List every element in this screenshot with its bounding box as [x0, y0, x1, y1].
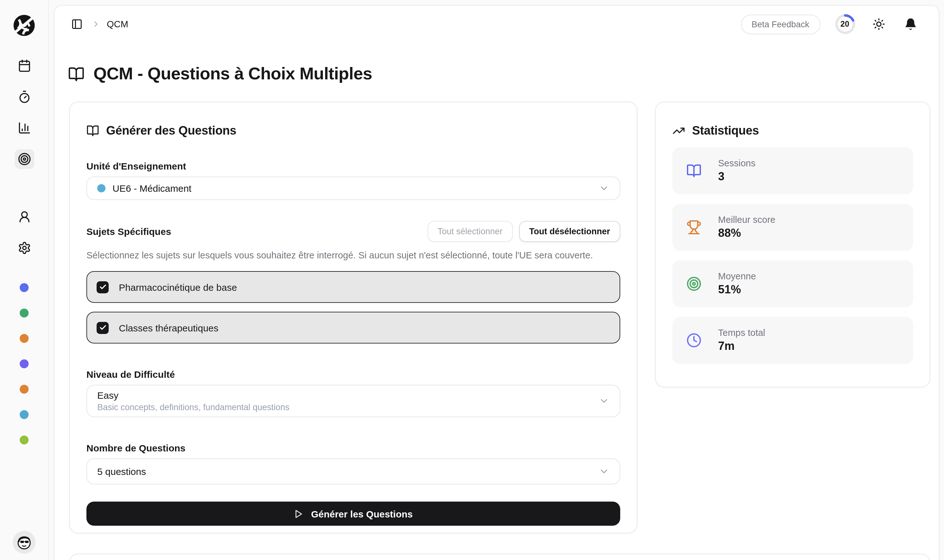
question-count-select[interactable]: 5 questions — [86, 458, 620, 485]
calendar-icon — [17, 59, 31, 72]
bottom-card — [69, 554, 930, 560]
ue-dot-4[interactable] — [20, 359, 29, 368]
subject-checkbox-row[interactable]: Classes thérapeutiques — [86, 312, 620, 343]
ue-color-dot — [97, 184, 105, 192]
sidebar — [0, 0, 49, 560]
sidebar-item-profile[interactable] — [14, 207, 34, 227]
breadcrumb: QCM — [107, 19, 128, 29]
stats-card-header: Statistiques — [673, 124, 913, 138]
sidebar-item-timer[interactable] — [14, 87, 34, 107]
book-open-icon — [86, 125, 99, 137]
main-panel: QCM Beta Feedback 20 — [54, 5, 939, 560]
sidebar-item-qcm-active[interactable] — [14, 149, 34, 169]
bar-chart-icon — [17, 121, 31, 135]
difficulty-select[interactable]: Easy Basic concepts, definitions, fundam… — [86, 385, 620, 417]
select-all-button[interactable]: Tout sélectionner — [427, 221, 512, 242]
sun-icon — [872, 18, 885, 31]
stat-best-score: Meilleur score 88% — [673, 204, 913, 251]
question-count-value: 5 questions — [97, 466, 146, 477]
theme-toggle-button[interactable] — [870, 15, 887, 33]
avatar[interactable] — [13, 531, 35, 554]
sidebar-ue-dots — [20, 283, 29, 445]
beta-feedback-button[interactable]: Beta Feedback — [740, 14, 820, 34]
bell-icon — [904, 18, 917, 31]
stat-sessions: Sessions 3 — [673, 147, 913, 194]
deselect-all-button[interactable]: Tout désélectionner — [519, 221, 620, 242]
stat-average: Moyenne 51% — [673, 260, 913, 307]
timer-icon — [17, 90, 31, 103]
generate-questions-button[interactable]: Générer les Questions — [86, 502, 620, 526]
generator-card: Générer des Questions Unité d'Enseigneme… — [69, 102, 637, 533]
difficulty-value: Easy — [97, 390, 290, 401]
panel-left-icon — [71, 18, 83, 30]
ue-dot-7[interactable] — [20, 435, 29, 445]
ue-select-value: UE6 - Médicament — [113, 183, 191, 194]
chevron-down-icon — [598, 466, 609, 477]
difficulty-label: Niveau de Difficulté — [86, 369, 620, 380]
sidebar-item-stats[interactable] — [14, 118, 34, 138]
play-icon — [294, 509, 304, 518]
ue-dot-5[interactable] — [20, 385, 29, 394]
gear-icon — [17, 241, 31, 255]
ue-label: Unité d'Enseignement — [86, 161, 620, 171]
book-open-icon — [68, 66, 85, 82]
stat-total-time: Temps total 7m — [673, 317, 913, 364]
target-icon — [686, 276, 702, 291]
credits-value: 20 — [834, 13, 856, 35]
chevron-down-icon — [598, 395, 609, 406]
sidebar-item-calendar[interactable] — [14, 56, 34, 75]
difficulty-hint: Basic concepts, definitions, fundamental… — [97, 403, 290, 412]
stats-card: Statistiques Sessions 3 Meilleur score 8… — [655, 102, 930, 387]
target-icon — [17, 152, 31, 166]
ue-dot-2[interactable] — [20, 309, 29, 317]
ue-dot-1[interactable] — [20, 283, 29, 292]
trophy-icon — [686, 220, 702, 235]
checkbox-checked-icon[interactable] — [97, 281, 109, 293]
ue-dot-3[interactable] — [20, 334, 29, 343]
question-count-label: Nombre de Questions — [86, 443, 620, 453]
clock-icon — [686, 333, 702, 348]
checkbox-checked-icon[interactable] — [97, 322, 109, 334]
chevron-right-icon — [91, 20, 100, 29]
topbar: QCM Beta Feedback 20 — [55, 6, 938, 43]
user-icon — [17, 210, 31, 223]
app-logo-icon[interactable] — [11, 13, 37, 38]
ue-dot-6[interactable] — [20, 410, 29, 419]
subject-checkbox-row[interactable]: Pharmacocinétique de base — [86, 271, 620, 303]
page-title: QCM - Questions à Choix Multiples — [68, 64, 372, 84]
sidebar-nav — [14, 56, 34, 258]
subjects-hint: Sélectionnez les sujets sur lesquels vou… — [86, 248, 620, 262]
generator-card-header: Générer des Questions — [86, 124, 620, 138]
chevron-down-icon — [598, 183, 609, 194]
subjects-label: Sujets Spécifiques — [86, 226, 171, 237]
book-open-icon — [686, 163, 702, 178]
ue-select[interactable]: UE6 - Médicament — [86, 177, 620, 200]
sidebar-toggle-button[interactable] — [69, 16, 85, 32]
credits-progress-ring[interactable]: 20 — [834, 13, 856, 35]
sidebar-item-settings[interactable] — [14, 238, 34, 258]
trending-up-icon — [673, 125, 685, 137]
notifications-button[interactable] — [901, 15, 919, 33]
